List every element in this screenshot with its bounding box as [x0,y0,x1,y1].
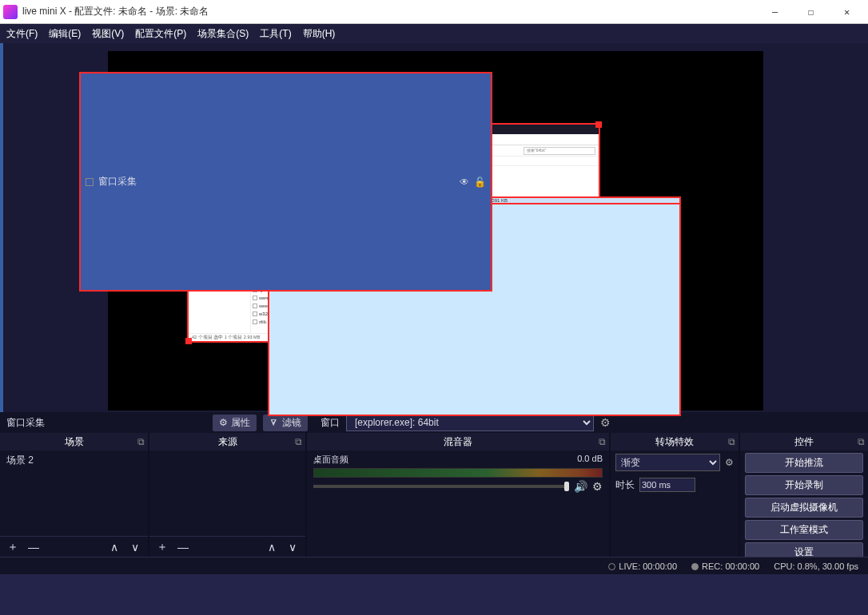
app-logo-icon [3,5,18,19]
scenes-title: 场景 [65,435,84,449]
mixer-channel-db: 0.0 dB [577,454,603,466]
window-select-label: 窗口 [321,416,340,430]
filters-button[interactable]: ⛛滤镜 [263,415,308,431]
scenes-panel: 场景⧉ 场景场景 2 ＋ — ∧ ∨ [0,433,148,557]
duration-input[interactable] [639,478,695,492]
gear-icon: ⚙ [219,417,228,428]
mute-icon[interactable]: 🔊 [574,480,587,493]
selected-source-label: 窗口采集 [6,416,206,430]
menu-edit[interactable]: 编辑(E) [49,27,81,41]
popout-icon[interactable]: ⧉ [858,436,865,447]
control-button-4[interactable]: 设置 [745,542,863,557]
transition-select[interactable]: 渐变 [615,454,720,471]
transitions-panel: 转场特效⧉ 渐变 ⚙ 时长 [611,433,739,557]
menu-tools[interactable]: 工具(T) [260,27,291,41]
minimize-button[interactable]: — [757,0,793,24]
source-remove-button[interactable]: — [173,539,193,555]
rec-status: REC: 00:00:00 [691,561,759,571]
mixer-panel: 混音器⧉ 桌面音频 0.0 dB 🔊 ⚙ [307,433,609,557]
maximize-button[interactable]: ☐ [793,0,829,24]
transition-gear-icon[interactable]: ⚙ [725,457,734,468]
resize-handle-bl[interactable] [185,338,192,344]
popout-icon[interactable]: ⧉ [295,436,302,447]
explorer-search: 搜索"64bit" [524,147,595,155]
window-title: live mini X - 配置文件: 未命名 - 场景: 未命名 [22,5,757,18]
menu-help[interactable]: 帮助(H) [303,27,336,41]
titlebar: live mini X - 配置文件: 未命名 - 场景: 未命名 — ☐ ✕ [0,0,868,24]
sources-title: 来源 [218,435,237,449]
statusbar: LIVE: 00:00:00 REC: 00:00:00 CPU: 0.8%, … [0,557,868,574]
filter-icon: ⛛ [269,417,279,428]
controls-panel: 控件⧉ 开始推流开始录制启动虚拟摄像机工作室模式设置退出 [740,433,868,557]
control-button-3[interactable]: 工作室模式 [745,520,863,540]
scene-down-button[interactable]: ∨ [125,539,145,555]
mixer-title: 混音器 [444,435,472,449]
audio-meter [313,468,603,478]
transitions-title: 转场特效 [655,435,694,449]
source-add-button[interactable]: ＋ [153,539,172,555]
toolbar-settings-icon[interactable]: ⚙ [600,416,611,429]
window-select[interactable]: [explorer.exe]: 64bit [346,414,594,431]
popout-icon[interactable]: ⧉ [728,436,735,447]
cpu-status: CPU: 0.8%, 30.00 fps [774,561,858,571]
sources-panel: 来源⧉ 窗口采集👁🔓 ＋ — ∧ ∨ [149,433,305,557]
control-button-0[interactable]: 开始推流 [745,453,863,473]
menu-scenecollection[interactable]: 场景集合(S) [197,27,249,41]
live-dot-icon [608,563,615,570]
scene-up-button[interactable]: ∧ [105,539,124,555]
properties-button[interactable]: ⚙属性 [213,415,257,431]
mixer-gear-icon[interactable]: ⚙ [592,480,603,493]
menubar: 文件(F) 编辑(E) 视图(V) 配置文件(P) 场景集合(S) 工具(T) … [0,24,868,43]
menu-profile[interactable]: 配置文件(P) [135,27,186,41]
control-button-1[interactable]: 开始录制 [745,475,863,495]
duration-label: 时长 [615,478,635,492]
menu-view[interactable]: 视图(V) [92,27,124,41]
rec-dot-icon [691,563,699,570]
live-status: LIVE: 00:00:00 [608,561,677,571]
resize-handle-tr[interactable] [595,121,602,128]
source-up-button[interactable]: ∧ [262,539,281,555]
controls-title: 控件 [794,435,814,449]
mixer-channel-name: 桌面音频 [313,454,348,466]
scene-remove-button[interactable]: — [24,539,43,555]
source-down-button[interactable]: ∨ [283,539,302,555]
scene-item[interactable]: 场景 2 [0,450,148,470]
popout-icon[interactable]: ⧉ [137,436,145,447]
popout-icon[interactable]: ⧉ [599,436,606,447]
control-button-2[interactable]: 启动虚拟摄像机 [745,498,863,518]
close-button[interactable]: ✕ [829,0,865,24]
scene-add-button[interactable]: ＋ [3,539,22,555]
menu-file[interactable]: 文件(F) [6,27,38,41]
volume-slider[interactable] [313,485,569,488]
